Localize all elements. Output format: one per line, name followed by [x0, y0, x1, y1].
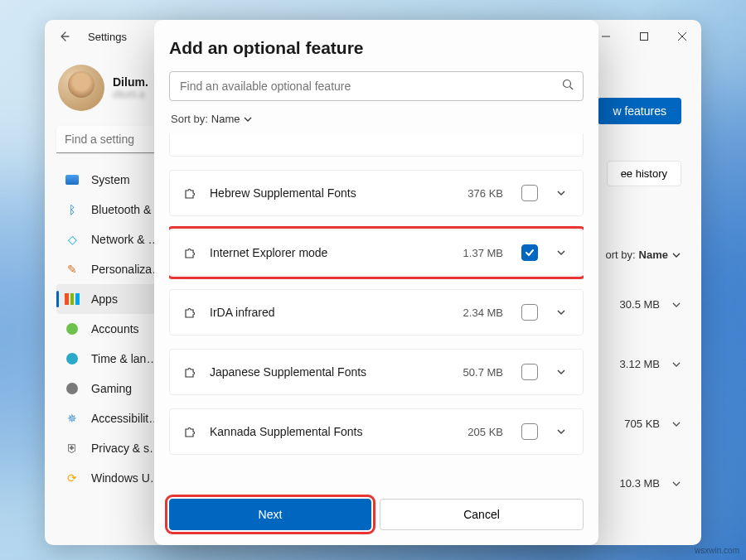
back-button[interactable]: [51, 24, 76, 49]
nav-label: Privacy & s…: [91, 442, 161, 455]
next-highlight: Next: [169, 499, 371, 530]
bg-feature-row[interactable]: 10.3 MB: [598, 461, 681, 506]
chevron-down-icon: [556, 367, 566, 377]
feature-checkbox[interactable]: [521, 244, 538, 261]
system-icon: [65, 172, 80, 187]
clock-icon: [65, 351, 80, 366]
profile-email: dilum.a: [113, 89, 148, 100]
expand-button[interactable]: [550, 307, 573, 317]
sort-label: ort by:: [605, 249, 635, 261]
bg-size: 705 KB: [624, 418, 660, 430]
cancel-button[interactable]: Cancel: [380, 499, 584, 530]
chevron-down-icon: [671, 300, 681, 310]
feature-row-hebrew[interactable]: Hebrew Supplemental Fonts 376 KB: [169, 170, 584, 216]
apps-icon: [65, 292, 80, 307]
feature-row-irda[interactable]: IrDA infrared 2.34 MB: [169, 289, 584, 336]
expand-button[interactable]: [550, 367, 573, 377]
feature-search-input[interactable]: [169, 71, 584, 101]
bg-size: 10.3 MB: [620, 477, 660, 490]
view-features-button[interactable]: w features: [598, 98, 681, 124]
expand-button[interactable]: [550, 427, 573, 437]
window-title: Settings: [88, 31, 127, 43]
close-button[interactable]: [663, 23, 701, 50]
avatar: [58, 65, 104, 111]
feature-row-kannada[interactable]: Kannada Supplemental Fonts 205 KB: [169, 408, 584, 455]
puzzle-icon: [183, 305, 198, 320]
close-icon: [678, 32, 686, 41]
sort-label: Sort by:: [171, 113, 208, 125]
expand-button[interactable]: [550, 248, 573, 258]
feature-list: Hebrew Supplemental Fonts 376 KB Interne…: [169, 133, 584, 489]
arrow-left-icon: [57, 30, 70, 43]
view-history-button[interactable]: ee history: [607, 161, 681, 186]
puzzle-icon: [183, 245, 198, 260]
svg-line-3: [570, 87, 574, 90]
nav-label: Accessibilit…: [91, 412, 160, 425]
maximize-button[interactable]: [625, 23, 663, 50]
svg-rect-1: [641, 33, 648, 41]
maximize-icon: [640, 32, 648, 41]
expand-button[interactable]: [550, 188, 573, 198]
sort-value: Name: [211, 113, 240, 125]
bg-feature-row[interactable]: 30.5 MB: [598, 282, 681, 327]
brush-icon: ✎: [65, 262, 80, 277]
feature-size: 1.37 MB: [463, 247, 503, 259]
chevron-down-icon: [671, 360, 681, 369]
watermark: wsxwin.com: [695, 546, 739, 555]
svg-point-2: [564, 80, 571, 88]
nav-label: Personaliza…: [91, 263, 163, 276]
feature-row-ie-mode[interactable]: Internet Explorer mode 1.37 MB: [169, 229, 584, 276]
nav-label: Apps: [91, 292, 118, 306]
chevron-down-icon: [556, 307, 566, 317]
gaming-icon: [65, 381, 80, 396]
sort-value: Name: [639, 249, 668, 261]
shield-icon: ⛨: [65, 441, 80, 456]
modal-title: Add an optional feature: [169, 38, 584, 58]
feature-row-partial[interactable]: [169, 133, 584, 157]
profile-name: Dilum.: [113, 75, 148, 89]
wifi-icon: ◇: [65, 232, 80, 247]
person-icon: [65, 321, 80, 336]
puzzle-icon: [183, 424, 198, 439]
add-feature-modal: Add an optional feature Sort by: Name He…: [154, 20, 598, 545]
minimize-icon: [602, 32, 610, 41]
feature-name: Japanese Supplemental Fonts: [210, 365, 452, 379]
chevron-down-icon: [556, 248, 566, 258]
chevron-down-icon: [243, 114, 253, 124]
feature-checkbox[interactable]: [521, 423, 538, 440]
bg-feature-row[interactable]: 705 KB: [598, 401, 681, 447]
feature-row-japanese[interactable]: Japanese Supplemental Fonts 50.7 MB: [169, 349, 584, 395]
chevron-down-icon: [556, 188, 566, 198]
chevron-down-icon: [671, 250, 681, 260]
bg-sort[interactable]: ort by: Name: [605, 249, 681, 261]
modal-sort[interactable]: Sort by: Name: [171, 113, 584, 125]
bg-feature-row[interactable]: 3.12 MB: [598, 341, 681, 387]
nav-label: Windows U…: [91, 471, 162, 485]
feature-size: 2.34 MB: [463, 307, 503, 319]
update-icon: ⟳: [65, 471, 80, 485]
feature-size: 376 KB: [467, 187, 503, 200]
next-button[interactable]: Next: [169, 499, 371, 530]
puzzle-icon: [183, 186, 198, 200]
nav-label: Time & lan…: [91, 352, 157, 365]
nav-label: Network & …: [91, 233, 159, 246]
nav-label: Accounts: [91, 322, 139, 336]
checkmark-icon: [525, 248, 535, 258]
bluetooth-icon: ᛒ: [65, 202, 80, 217]
search-icon: [562, 79, 574, 94]
puzzle-icon: [183, 364, 198, 379]
nav-label: Gaming: [91, 382, 132, 395]
feature-name: IrDA infrared: [210, 306, 452, 319]
chevron-down-icon: [556, 427, 566, 437]
bg-size: 30.5 MB: [620, 298, 660, 311]
feature-name: Kannada Supplemental Fonts: [210, 425, 456, 438]
feature-checkbox[interactable]: [521, 304, 538, 321]
feature-checkbox[interactable]: [521, 364, 538, 380]
bg-size: 3.12 MB: [620, 358, 660, 370]
chevron-down-icon: [671, 479, 681, 489]
feature-size: 50.7 MB: [463, 366, 503, 379]
feature-checkbox[interactable]: [521, 185, 538, 201]
feature-name: Internet Explorer mode: [210, 246, 452, 259]
feature-name: Hebrew Supplemental Fonts: [210, 186, 456, 200]
feature-size: 205 KB: [467, 426, 503, 438]
